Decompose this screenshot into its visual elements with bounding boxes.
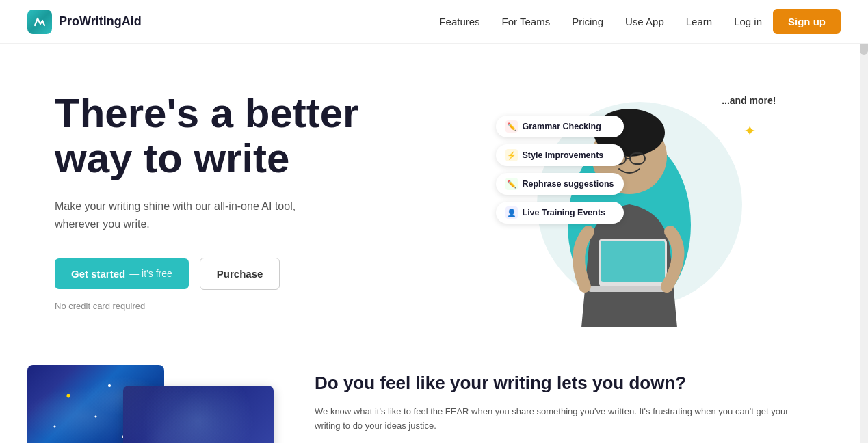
pill-rephrase: ✏️ Rephrase suggestions xyxy=(496,173,624,195)
nav-features[interactable]: Features xyxy=(439,16,479,27)
svg-rect-7 xyxy=(601,241,665,282)
pill-style: ⚡ Style Improvements xyxy=(496,144,624,166)
nav-use-app[interactable]: Use App xyxy=(625,16,664,27)
logo-icon xyxy=(27,10,52,34)
hero-cta: Get started — it's free Purchase xyxy=(55,258,438,290)
rephrase-icon: ✏️ xyxy=(505,178,518,190)
purchase-button[interactable]: Purchase xyxy=(200,258,280,290)
hero-section: There's a better way to write Make your … xyxy=(0,44,868,351)
training-icon: 👤 xyxy=(505,206,518,219)
feature-pills: ✏️ Grammar Checking ⚡ Style Improvements… xyxy=(496,116,624,224)
get-started-button[interactable]: Get started — it's free xyxy=(55,258,189,289)
logo-link[interactable]: ProWritingAid xyxy=(27,10,142,34)
overlay-image: My idea in my head xyxy=(123,386,274,443)
hero-left: There's a better way to write Make your … xyxy=(55,91,438,310)
svg-rect-8 xyxy=(588,286,670,292)
section2-description: We know what it's like to feel the FEAR … xyxy=(315,405,813,433)
and-more-label: ...and more! xyxy=(722,95,776,106)
pill-training: 👤 Live Training Events xyxy=(496,202,624,224)
nav-learn[interactable]: Learn xyxy=(686,16,712,27)
section2-text: Do you feel like your writing lets you d… xyxy=(315,365,813,433)
logo-text: ProWritingAid xyxy=(59,14,142,29)
nav-for-teams[interactable]: For Teams xyxy=(502,16,551,27)
hero-title: There's a better way to write xyxy=(55,91,438,181)
gold-star-icon: ✦ xyxy=(744,122,756,140)
nav-links: Features For Teams Pricing Use App Learn xyxy=(439,16,712,28)
no-credit-text: No credit card required xyxy=(55,301,438,311)
hero-right: ✏️ Grammar Checking ⚡ Style Improvements… xyxy=(438,71,841,331)
section2-title: Do you feel like your writing lets you d… xyxy=(315,372,813,395)
style-icon: ⚡ xyxy=(505,149,518,161)
grammar-icon: ✏️ xyxy=(505,120,518,133)
section2-images: My idea in my head xyxy=(27,365,274,443)
scrollbar[interactable] xyxy=(860,0,868,443)
section2: My idea in my head Do you feel like your… xyxy=(0,351,868,443)
hero-illustration: ✏️ Grammar Checking ⚡ Style Improvements… xyxy=(496,75,783,327)
login-link[interactable]: Log in xyxy=(734,16,762,27)
pill-grammar: ✏️ Grammar Checking xyxy=(496,116,624,137)
hero-subtitle: Make your writing shine with our all-in-… xyxy=(55,198,315,232)
navbar: ProWritingAid Features For Teams Pricing… xyxy=(0,0,868,44)
nav-pricing[interactable]: Pricing xyxy=(572,16,603,27)
signup-button[interactable]: Sign up xyxy=(773,9,841,34)
